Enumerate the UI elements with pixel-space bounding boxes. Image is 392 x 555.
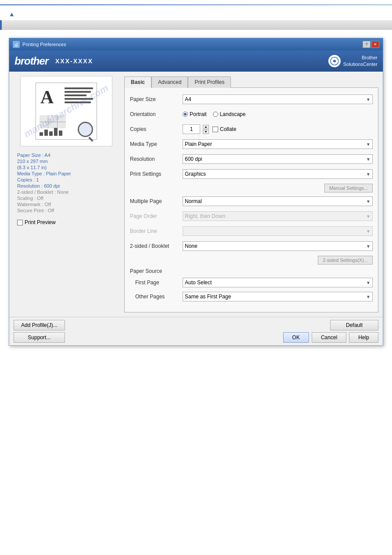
first-page-arrow: ▼ bbox=[366, 280, 370, 285]
media-type-label: Media Type bbox=[130, 141, 183, 147]
section-bar bbox=[0, 20, 392, 30]
preview-line-2 bbox=[65, 91, 91, 93]
multiple-page-arrow: ▼ bbox=[366, 199, 370, 204]
info-secure-print: Secure Print : Off bbox=[17, 208, 115, 213]
page-order-value: Right, then Down bbox=[185, 213, 225, 219]
page-order-row: Page Order Right, then Down ▼ bbox=[130, 211, 373, 221]
two-sided-row: 2-sided / Booklet None ▼ bbox=[130, 241, 373, 251]
paper-source-section: Paper Source First Page Auto Select ▼ bbox=[130, 268, 373, 301]
dialog-body: A bbox=[9, 72, 383, 317]
manual-settings-button[interactable]: Manual Settings... bbox=[324, 184, 373, 192]
border-line-control: ▼ bbox=[183, 226, 373, 236]
other-pages-dropdown[interactable]: Same as First Page ▼ bbox=[183, 292, 373, 301]
landscape-option[interactable]: Landscape bbox=[213, 111, 246, 117]
multiple-page-control: Normal ▼ bbox=[183, 196, 373, 206]
print-settings-dropdown[interactable]: Graphics ▼ bbox=[183, 169, 373, 179]
resolution-label: Resolution bbox=[130, 156, 183, 162]
paper-source-title: Paper Source bbox=[130, 268, 373, 274]
solutions-line1: Brother bbox=[343, 54, 378, 61]
preview-letter-a: A bbox=[40, 87, 54, 108]
multiple-page-label: Multiple Page bbox=[130, 198, 183, 204]
right-panel: Basic Advanced Print Profiles Paper Size… bbox=[124, 76, 378, 312]
print-preview-area: A bbox=[20, 76, 112, 146]
default-button[interactable]: Default bbox=[330, 320, 378, 330]
ok-button[interactable]: OK bbox=[283, 332, 309, 343]
solutions-center-icon bbox=[328, 55, 341, 67]
orientation-radio-group: Portrait Landscape bbox=[183, 111, 245, 117]
support-button[interactable]: Support... bbox=[14, 332, 65, 343]
printing-preferences-dialog: 🖨 Printing Preferences ? ✕ brother XXX-X… bbox=[9, 38, 383, 346]
copies-up[interactable]: ▲ bbox=[203, 125, 209, 129]
brother-brand-text: brother bbox=[14, 55, 48, 67]
printer-icon: 🖨 bbox=[13, 41, 20, 48]
info-dimensions2: (8.3 x 11.7 in) bbox=[17, 165, 115, 170]
page-order-control: Right, then Down ▼ bbox=[183, 211, 373, 221]
page-order-dropdown: Right, then Down ▼ bbox=[183, 211, 373, 221]
other-pages-value: Same as First Page bbox=[185, 294, 231, 300]
dialog-title: Printing Preferences bbox=[22, 42, 66, 47]
footer-action-buttons: OK Cancel Help bbox=[283, 332, 378, 343]
cancel-button[interactable]: Cancel bbox=[312, 332, 346, 343]
media-type-arrow: ▼ bbox=[366, 142, 370, 147]
solutions-center[interactable]: Brother SolutionsCenter bbox=[328, 54, 378, 68]
print-preview-label[interactable]: Print Preview bbox=[25, 219, 56, 225]
settings-panel: Paper Size A4 ▼ Orientation bbox=[124, 87, 378, 312]
help-button[interactable]: ? bbox=[363, 41, 370, 48]
multiple-page-dropdown[interactable]: Normal ▼ bbox=[183, 196, 373, 206]
two-sided-dropdown[interactable]: None ▼ bbox=[183, 241, 373, 251]
preview-line-1 bbox=[65, 87, 93, 89]
portrait-option[interactable]: Portrait bbox=[183, 111, 207, 117]
print-settings-label: Print Settings bbox=[130, 171, 183, 177]
print-preview-checkbox[interactable] bbox=[17, 220, 23, 225]
border-line-row: Border Line ▼ bbox=[130, 226, 373, 236]
info-scaling: Scaling : Off bbox=[17, 196, 115, 201]
copies-down[interactable]: ▼ bbox=[203, 130, 209, 134]
resolution-value: 600 dpi bbox=[185, 156, 202, 162]
resolution-dropdown[interactable]: 600 dpi ▼ bbox=[183, 154, 373, 164]
first-page-value: Auto Select bbox=[185, 279, 212, 286]
print-settings-arrow: ▼ bbox=[366, 172, 370, 177]
titlebar-controls: ? ✕ bbox=[363, 41, 379, 48]
collate-option[interactable]: Collate bbox=[212, 126, 236, 132]
landscape-label: Landscape bbox=[220, 111, 246, 117]
paper-size-control: A4 ▼ bbox=[183, 94, 373, 104]
top-decorative-line bbox=[0, 4, 392, 5]
page-container: ▲ 🖨 Printing Preferences ? ✕ brother XXX… bbox=[0, 0, 392, 350]
two-sided-arrow: ▼ bbox=[366, 244, 370, 249]
resolution-row: Resolution 600 dpi ▼ bbox=[130, 154, 373, 164]
tab-basic[interactable]: Basic bbox=[124, 76, 151, 88]
landscape-radio[interactable] bbox=[213, 112, 218, 117]
home-icon[interactable]: ▲ bbox=[9, 11, 15, 18]
first-page-row: First Page Auto Select ▼ bbox=[135, 278, 373, 287]
paper-size-dropdown[interactable]: A4 ▼ bbox=[183, 94, 373, 104]
preview-bar-chart bbox=[40, 126, 62, 136]
two-sided-control: None ▼ bbox=[183, 241, 373, 251]
collate-checkbox[interactable] bbox=[212, 127, 218, 132]
multiple-page-row: Multiple Page Normal ▼ bbox=[130, 196, 373, 207]
first-page-label: First Page bbox=[135, 279, 183, 286]
print-settings-value: Graphics bbox=[185, 171, 206, 177]
titlebar-left: 🖨 Printing Preferences bbox=[13, 41, 66, 48]
media-type-dropdown[interactable]: Plain Paper ▼ bbox=[183, 139, 373, 149]
copies-input[interactable] bbox=[183, 124, 200, 134]
info-paper-size: Paper Size : A4 bbox=[17, 152, 115, 158]
add-profile-button[interactable]: Add Profile(J)... bbox=[14, 320, 65, 330]
two-sided-settings-button[interactable]: 2-sided Settings(X)... bbox=[318, 256, 373, 265]
other-pages-arrow: ▼ bbox=[366, 294, 370, 299]
tab-print-profiles[interactable]: Print Profiles bbox=[188, 76, 231, 88]
dialog-header-bar: brother XXX-XXXX Brother SolutionsCenter bbox=[9, 51, 383, 72]
model-text: XXX-XXXX bbox=[55, 58, 93, 65]
portrait-radio[interactable] bbox=[183, 112, 188, 117]
help-button-footer[interactable]: Help bbox=[349, 332, 378, 343]
info-resolution: Resolution : 600 dpi bbox=[17, 183, 115, 189]
close-button[interactable]: ✕ bbox=[371, 41, 379, 48]
first-page-dropdown[interactable]: Auto Select ▼ bbox=[183, 278, 373, 287]
two-sided-label: 2-sided / Booklet bbox=[130, 243, 183, 249]
resolution-arrow: ▼ bbox=[366, 157, 370, 162]
info-section: Paper Size : A4 210 x 297 mm (8.3 x 11.7… bbox=[14, 151, 119, 216]
tab-advanced[interactable]: Advanced bbox=[151, 76, 188, 88]
paper-size-label: Paper Size bbox=[130, 96, 183, 102]
copies-control: ▲ ▼ Collate bbox=[183, 124, 373, 134]
collate-label: Collate bbox=[220, 126, 236, 132]
page-order-arrow: ▼ bbox=[366, 214, 370, 219]
